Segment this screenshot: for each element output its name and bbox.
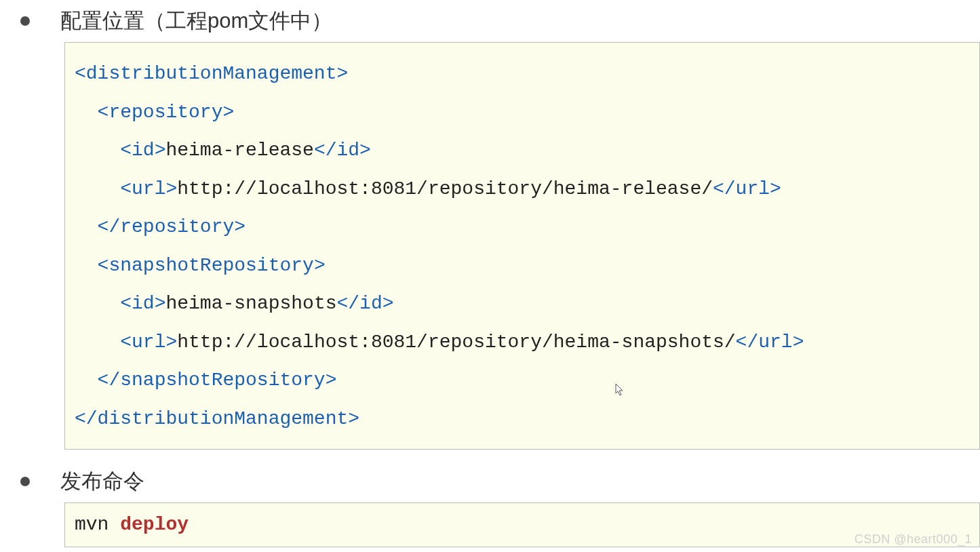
heading-1: 配置位置（工程pom文件中）	[60, 7, 332, 35]
tag-snap-id-open: id	[132, 293, 155, 314]
tag-snap-url-open: url	[132, 332, 165, 353]
xml-code-block: <distributionManagement> <repository> <i…	[64, 42, 980, 450]
tag-snap-url-close: url	[758, 332, 792, 353]
heading-2: 发布命令	[60, 467, 144, 496]
tag-repo-open: repository	[109, 102, 222, 123]
snap-id-value: heima-snapshots	[165, 293, 336, 314]
tag-repo-close: repository	[120, 216, 234, 237]
tag-url-open: url	[132, 178, 165, 199]
bullet-icon	[20, 16, 30, 26]
tag-dm-close: distributionManagement	[98, 408, 349, 429]
bullet-item-1: 配置位置（工程pom文件中）	[20, 7, 980, 35]
tag-snap-open: snapshotRepository	[109, 255, 313, 276]
watermark: CSDN @heart000_1	[855, 532, 972, 547]
tag-dm-open: distributionManagement	[86, 63, 337, 84]
tag-id-close: id	[337, 140, 360, 161]
cmd-keyword: deploy	[120, 514, 189, 535]
tag-snap-id-close: id	[359, 293, 383, 314]
snap-url-value: http://localhost:8081/repository/heima-s…	[177, 332, 735, 353]
bullet-item-2: 发布命令	[20, 467, 980, 496]
tag-url-close: url	[736, 178, 770, 199]
cmd-prefix: mvn	[75, 514, 120, 535]
tag-snap-close: snapshotRepository	[120, 370, 325, 391]
bullet-icon	[20, 477, 30, 486]
repo-url-value: http://localhost:8081/repository/heima-r…	[177, 178, 713, 199]
repo-id-value: heima-release	[165, 140, 313, 161]
tag-id-open: id	[132, 140, 155, 161]
cmd-code-block: mvn deploy	[64, 502, 980, 547]
